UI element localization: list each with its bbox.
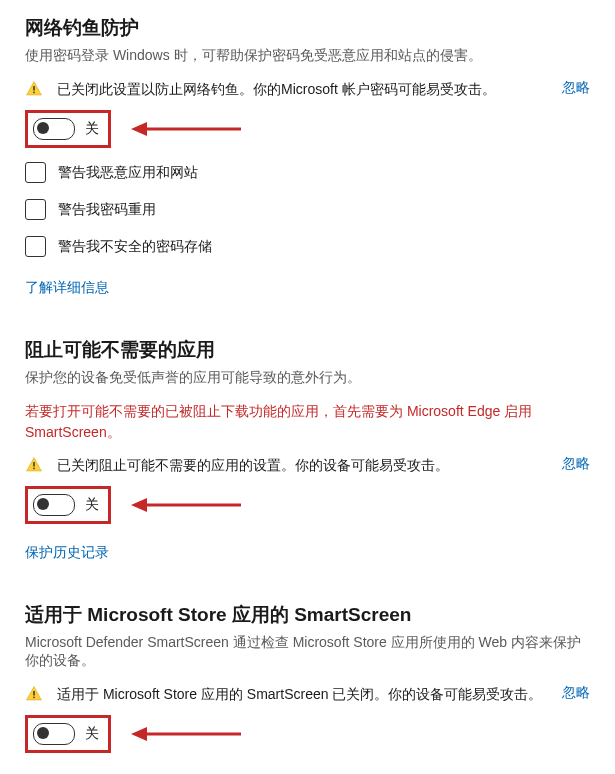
checkbox-label: 警告我恶意应用和网站 (58, 164, 198, 182)
svg-rect-4 (33, 462, 35, 467)
warn-password-reuse-checkbox[interactable] (25, 199, 46, 220)
svg-rect-1 (33, 92, 35, 94)
checkbox-row: 警告我密码重用 (25, 199, 590, 220)
highlight-box: 关 (25, 110, 111, 148)
section-title: 阻止可能不需要的应用 (25, 337, 590, 363)
ignore-link[interactable]: 忽略 (562, 79, 590, 97)
toggle-label: 关 (85, 725, 99, 743)
ignore-link[interactable]: 忽略 (562, 455, 590, 473)
warning-icon (25, 80, 43, 98)
warn-malicious-checkbox[interactable] (25, 162, 46, 183)
warning-icon (25, 456, 43, 474)
warn-unsafe-storage-checkbox[interactable] (25, 236, 46, 257)
toggle-row: 关 (25, 110, 590, 148)
protection-history-link[interactable]: 保护历史记录 (25, 544, 109, 562)
arrow-annotation (131, 495, 241, 515)
arrow-annotation (131, 724, 241, 744)
section-desc: 保护您的设备免受低声誉的应用可能导致的意外行为。 (25, 369, 590, 387)
warning-text: 已关闭此设置以防止网络钓鱼。你的Microsoft 帐户密码可能易受攻击。 (57, 79, 544, 100)
highlight-box: 关 (25, 486, 111, 524)
phishing-toggle[interactable] (33, 118, 75, 140)
svg-rect-5 (33, 468, 35, 470)
checkbox-label: 警告我密码重用 (58, 201, 156, 219)
section-title: 适用于 Microsoft Store 应用的 SmartScreen (25, 602, 590, 628)
section-desc: 使用密码登录 Windows 时，可帮助保护密码免受恶意应用和站点的侵害。 (25, 47, 590, 65)
svg-rect-0 (33, 86, 35, 91)
warning-text: 适用于 Microsoft Store 应用的 SmartScreen 已关闭。… (57, 684, 544, 705)
warning-row: 已关闭阻止可能不需要的应用的设置。你的设备可能易受攻击。 忽略 (25, 455, 590, 476)
section-desc: Microsoft Defender SmartScreen 通过检查 Micr… (25, 634, 590, 670)
block-unwanted-apps-section: 阻止可能不需要的应用 保护您的设备免受低声誉的应用可能导致的意外行为。 若要打开… (25, 337, 590, 562)
highlight-box: 关 (25, 715, 111, 753)
unwanted-apps-toggle[interactable] (33, 494, 75, 516)
checkbox-row: 警告我不安全的密码存储 (25, 236, 590, 257)
red-note: 若要打开可能不需要的已被阻止下载功能的应用，首先需要为 Microsoft Ed… (25, 401, 590, 443)
svg-marker-11 (131, 727, 147, 741)
svg-marker-7 (131, 498, 147, 512)
arrow-annotation (131, 119, 241, 139)
store-smartscreen-section: 适用于 Microsoft Store 应用的 SmartScreen Micr… (25, 602, 590, 753)
section-title: 网络钓鱼防护 (25, 15, 590, 41)
checkbox-row: 警告我恶意应用和网站 (25, 162, 590, 183)
warning-icon (25, 685, 43, 703)
toggle-row: 关 (25, 715, 590, 753)
warning-row: 已关闭此设置以防止网络钓鱼。你的Microsoft 帐户密码可能易受攻击。 忽略 (25, 79, 590, 100)
svg-rect-9 (33, 697, 35, 699)
toggle-label: 关 (85, 496, 99, 514)
ignore-link[interactable]: 忽略 (562, 684, 590, 702)
svg-marker-3 (131, 122, 147, 136)
store-smartscreen-toggle[interactable] (33, 723, 75, 745)
phishing-protection-section: 网络钓鱼防护 使用密码登录 Windows 时，可帮助保护密码免受恶意应用和站点… (25, 15, 590, 297)
checkbox-label: 警告我不安全的密码存储 (58, 238, 212, 256)
learn-more-link[interactable]: 了解详细信息 (25, 279, 109, 297)
warning-text: 已关闭阻止可能不需要的应用的设置。你的设备可能易受攻击。 (57, 455, 544, 476)
toggle-label: 关 (85, 120, 99, 138)
toggle-row: 关 (25, 486, 590, 524)
warning-row: 适用于 Microsoft Store 应用的 SmartScreen 已关闭。… (25, 684, 590, 705)
svg-rect-8 (33, 691, 35, 696)
